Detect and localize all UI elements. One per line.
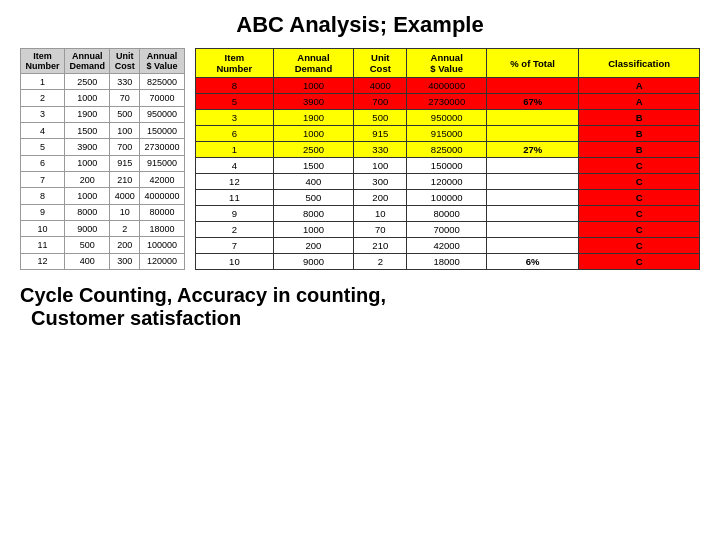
table-row: 1090002180006%C	[196, 254, 700, 270]
table-row: 1250033082500027%B	[196, 142, 700, 158]
left-header-demand: AnnualDemand	[64, 49, 109, 74]
table-row: 720021042000	[21, 171, 185, 187]
table-row: 61000915915000B	[196, 126, 700, 142]
content-area: ItemNumber AnnualDemand UnitCost Annual$…	[0, 48, 720, 270]
left-header-value: Annual$ Value	[140, 49, 185, 74]
right-header-item: ItemNumber	[196, 49, 274, 78]
table-row: 8100040004000000A	[196, 78, 700, 94]
page-title: ABC Analysis; Example	[236, 12, 483, 38]
table-row: 31900500950000B	[196, 110, 700, 126]
left-header-unit: UnitCost	[110, 49, 140, 74]
left-header-item: ItemNumber	[21, 49, 65, 74]
right-header-demand: AnnualDemand	[273, 49, 353, 78]
right-header-class: Classification	[579, 49, 700, 78]
table-row: 41500100150000C	[196, 158, 700, 174]
table-row: 539007002730000	[21, 139, 185, 155]
table-row: 980001080000	[21, 204, 185, 220]
table-row: 720021042000C	[196, 238, 700, 254]
table-row: 31900500950000	[21, 106, 185, 122]
left-table: ItemNumber AnnualDemand UnitCost Annual$…	[20, 48, 185, 270]
table-row: 210007070000C	[196, 222, 700, 238]
right-header-percent: % of Total	[486, 49, 578, 78]
table-row: 61000915915000	[21, 155, 185, 171]
table-row: 41500100150000	[21, 122, 185, 138]
table-row: 12500330825000	[21, 74, 185, 90]
table-row: 12400300120000C	[196, 174, 700, 190]
right-header-value: Annual$ Value	[407, 49, 487, 78]
table-row: 12400300120000	[21, 253, 185, 269]
table-row: 210007070000	[21, 90, 185, 106]
table-row: 980001080000C	[196, 206, 700, 222]
right-table: ItemNumber AnnualDemand UnitCost Annual$…	[195, 48, 700, 270]
table-row: 8100040004000000	[21, 188, 185, 204]
table-row: 53900700273000067%A	[196, 94, 700, 110]
right-header-unit: UnitCost	[354, 49, 407, 78]
table-row: 11500200100000	[21, 237, 185, 253]
table-row: 109000218000	[21, 220, 185, 236]
footer-text: Cycle Counting, Accuracy in counting, Cu…	[0, 284, 720, 330]
table-row: 11500200100000C	[196, 190, 700, 206]
